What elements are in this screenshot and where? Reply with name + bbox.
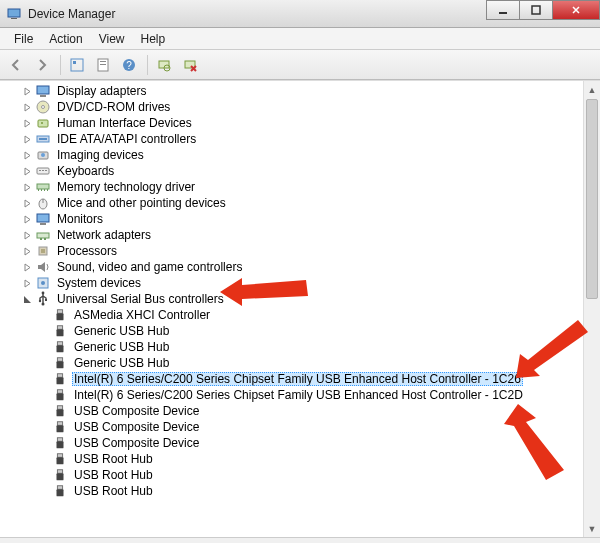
tree-item[interactable]: Generic USB Hub [8,323,583,339]
tree-category[interactable]: Keyboards [8,163,583,179]
scroll-thumb[interactable] [586,99,598,299]
svg-rect-50 [57,326,62,330]
scan-button[interactable] [152,53,176,77]
item-label: USB Composite Device [72,436,201,450]
expand-icon[interactable] [22,214,33,225]
svg-point-43 [41,281,45,285]
scroll-up-button[interactable]: ▲ [584,81,600,98]
category-label: Monitors [55,212,105,226]
tree-category[interactable]: IDE ATA/ATAPI controllers [8,131,583,147]
close-button[interactable] [552,0,600,20]
tree-category[interactable]: Imaging devices [8,147,583,163]
svg-rect-15 [40,95,46,97]
tree-category[interactable]: DVD/CD-ROM drives [8,99,583,115]
svg-rect-64 [57,438,62,442]
svg-rect-31 [44,189,45,191]
ide-icon [35,131,51,147]
expand-icon[interactable] [22,182,33,193]
expand-icon[interactable] [22,102,33,113]
uninstall-button[interactable] [178,53,202,77]
svg-rect-66 [57,454,62,458]
svg-rect-37 [37,233,49,238]
expand-icon[interactable] [22,150,33,161]
svg-text:?: ? [126,60,132,71]
menu-view[interactable]: View [91,30,133,48]
tree-category[interactable]: Display adapters [8,83,583,99]
svg-rect-51 [57,329,64,336]
tree-item[interactable]: USB Root Hub [8,483,583,499]
expand-icon[interactable] [22,134,33,145]
expand-icon[interactable] [22,278,33,289]
tree-item[interactable]: USB Composite Device [8,419,583,435]
tree-category[interactable]: Monitors [8,211,583,227]
category-label: System devices [55,276,143,290]
expand-icon[interactable] [22,198,33,209]
menu-action[interactable]: Action [41,30,90,48]
svg-rect-30 [41,189,42,191]
tree-item[interactable]: USB Root Hub [8,451,583,467]
properties-button[interactable] [91,53,115,77]
expand-icon[interactable] [22,262,33,273]
tree-category[interactable]: Universal Serial Bus controllers [8,291,583,307]
tree-item[interactable]: USB Composite Device [8,435,583,451]
tree-item[interactable]: Intel(R) 6 Series/C200 Series Chipset Fa… [8,387,583,403]
item-label: USB Composite Device [72,420,201,434]
svg-point-45 [39,300,41,302]
disc-icon [35,99,51,115]
svg-point-19 [41,122,43,124]
tree-item[interactable]: USB Composite Device [8,403,583,419]
app-icon [6,6,22,22]
cpu-icon [35,243,51,259]
help-button[interactable]: ? [117,53,141,77]
minimize-button[interactable] [486,0,520,20]
expand-icon[interactable] [22,86,33,97]
collapse-icon[interactable] [22,294,33,305]
svg-rect-13 [185,61,195,68]
tree-item[interactable]: Intel(R) 6 Series/C200 Series Chipset Fa… [8,371,583,387]
tree-category[interactable]: Human Interface Devices [8,115,583,131]
tree-category[interactable]: Processors [8,243,583,259]
tree-item[interactable]: ASMedia XHCI Controller [8,307,583,323]
console-tree-button[interactable] [65,53,89,77]
forward-button[interactable] [30,53,54,77]
memory-icon [35,179,51,195]
expand-icon[interactable] [22,230,33,241]
item-label: Intel(R) 6 Series/C200 Series Chipset Fa… [72,388,525,402]
expand-icon[interactable] [22,166,33,177]
menu-help[interactable]: Help [133,30,174,48]
item-label: Generic USB Hub [72,356,171,370]
usb-device-icon [52,451,68,467]
svg-rect-14 [37,86,49,94]
svg-point-17 [42,106,45,109]
tree-item[interactable]: Generic USB Hub [8,339,583,355]
expand-icon[interactable] [22,246,33,257]
tree-category[interactable]: Memory technology driver [8,179,583,195]
tree-category[interactable]: Sound, video and game controllers [8,259,583,275]
svg-rect-29 [38,189,39,191]
menu-file[interactable]: File [6,30,41,48]
tree-category[interactable]: System devices [8,275,583,291]
back-button[interactable] [4,53,28,77]
svg-rect-61 [57,409,64,416]
vertical-scrollbar[interactable]: ▲ ▼ [583,81,600,537]
usb-device-icon [52,339,68,355]
device-tree[interactable]: Display adaptersDVD/CD-ROM drivesHuman I… [0,81,583,537]
maximize-button[interactable] [519,0,553,20]
svg-rect-57 [57,377,64,384]
category-label: Sound, video and game controllers [55,260,244,274]
tree-category[interactable]: Network adapters [8,227,583,243]
expand-icon[interactable] [22,118,33,129]
hid-icon [35,115,51,131]
svg-rect-69 [57,473,64,480]
monitor-icon [35,83,51,99]
tree-category[interactable]: Mice and other pointing devices [8,195,583,211]
status-bar [0,537,600,543]
svg-rect-21 [39,138,47,140]
usb-device-icon [52,307,68,323]
tree-item[interactable]: USB Root Hub [8,467,583,483]
scroll-down-button[interactable]: ▼ [584,520,600,537]
svg-point-44 [42,292,45,295]
svg-rect-63 [57,425,64,432]
item-label: Intel(R) 6 Series/C200 Series Chipset Fa… [72,372,523,386]
tree-item[interactable]: Generic USB Hub [8,355,583,371]
